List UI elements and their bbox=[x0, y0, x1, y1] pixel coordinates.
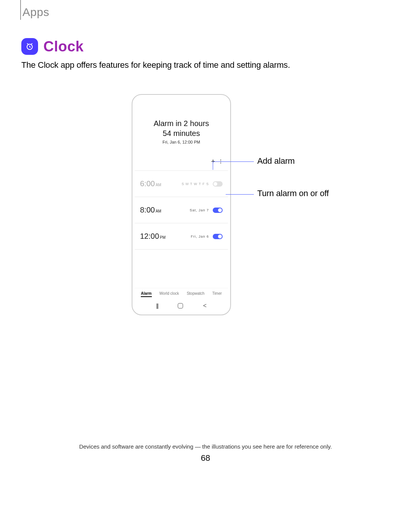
alarm-header: Alarm in 2 hours 54 minutes Fri, Jan 6, … bbox=[135, 97, 228, 156]
alarm-repeat: Fri, Jan 6 bbox=[191, 235, 209, 238]
home-button[interactable] bbox=[178, 303, 183, 308]
callout-leader-line bbox=[213, 161, 223, 170]
alarm-row[interactable]: 8:00AM Sat, Jan 7 bbox=[135, 197, 228, 224]
alarm-row[interactable]: 12:00PM Fri, Jan 6 bbox=[135, 224, 228, 250]
alarm-ampm: AM bbox=[156, 209, 161, 213]
alarm-ampm: AM bbox=[156, 183, 161, 187]
alarm-toggle[interactable] bbox=[213, 208, 223, 213]
next-alarm-line1: Alarm in 2 hours bbox=[135, 118, 228, 128]
next-alarm-datetime: Fri, Jan 6, 12:00 PM bbox=[135, 140, 228, 144]
alarm-ampm: PM bbox=[160, 235, 166, 240]
description-text: The Clock app offers features for keepin… bbox=[21, 60, 290, 70]
callout-leader-line bbox=[223, 161, 254, 162]
alarm-repeat: S M T W T F S bbox=[182, 182, 209, 186]
alarm-list: 6:00AM S M T W T F S 8:00AM Sat, Jan 7 1… bbox=[135, 170, 228, 250]
recents-button[interactable]: ||| bbox=[156, 303, 158, 309]
callout-toggle-alarm: Turn alarm on or off bbox=[257, 189, 329, 198]
title-row: Clock bbox=[21, 38, 84, 55]
alarm-time: 8:00 bbox=[140, 206, 155, 214]
tab-alarm[interactable]: Alarm bbox=[141, 291, 151, 297]
tab-stopwatch[interactable]: Stopwatch bbox=[187, 291, 205, 297]
alarm-toggle[interactable] bbox=[213, 181, 223, 187]
page-number: 68 bbox=[0, 453, 411, 463]
phone-illustration: Alarm in 2 hours 54 minutes Fri, Jan 6, … bbox=[132, 94, 231, 315]
tab-world-clock[interactable]: World clock bbox=[159, 291, 179, 297]
alarm-toggle[interactable] bbox=[213, 234, 223, 239]
back-button[interactable]: < bbox=[203, 302, 207, 309]
alarm-row[interactable]: 6:00AM S M T W T F S bbox=[135, 171, 228, 197]
clock-app-icon bbox=[21, 38, 38, 55]
alarm-time: 6:00 bbox=[140, 179, 155, 188]
section-label: Apps bbox=[22, 6, 49, 19]
nav-bar: ||| < bbox=[135, 299, 228, 312]
callout-leader-line bbox=[226, 194, 254, 195]
section-divider bbox=[20, 0, 21, 20]
bottom-tabs: Alarm World clock Stopwatch Timer bbox=[135, 288, 228, 299]
tab-timer[interactable]: Timer bbox=[212, 291, 222, 297]
alarm-repeat: Sat, Jan 7 bbox=[190, 208, 209, 212]
disclaimer-text: Devices and software are constantly evol… bbox=[0, 443, 411, 450]
callout-add-alarm: Add alarm bbox=[257, 156, 295, 166]
alarm-time: 12:00 bbox=[140, 232, 159, 241]
page-title: Clock bbox=[43, 38, 84, 55]
next-alarm-line2: 54 minutes bbox=[135, 128, 228, 138]
